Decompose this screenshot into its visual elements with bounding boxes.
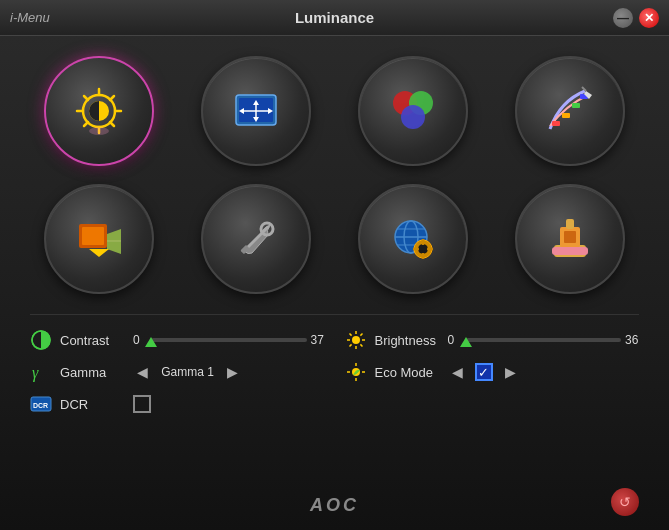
svg-point-10 [89,127,109,135]
eco-mode-label: Eco Mode [375,365,440,380]
eco-mode-right-arrow[interactable]: ▶ [501,362,520,382]
window-title: Luminance [295,9,374,26]
minimize-button[interactable]: — [613,8,633,28]
svg-rect-50 [566,219,574,229]
picture-boost-icon-img [67,207,132,272]
svg-rect-23 [562,113,570,118]
title-bar: i-Menu Luminance — ✕ [0,0,669,36]
icon-image-setup[interactable] [201,56,311,166]
svg-rect-29 [82,227,104,245]
brightness-label: Brightness [375,333,440,348]
svg-line-62 [349,334,351,336]
eco-mode-row: Eco Mode ◀ ✓ ▶ [345,361,640,383]
left-controls: Contrast 0 37 γ Gamma ◀ Gamma 1 [30,329,325,487]
icon-picture-boost[interactable] [44,184,154,294]
gamma-left-arrow[interactable]: ◀ [133,362,152,382]
right-controls: Brightness 0 36 [345,329,640,487]
icons-grid [30,56,639,294]
svg-rect-22 [552,121,560,126]
svg-point-21 [401,105,425,129]
svg-line-7 [110,122,114,126]
aoc-logo: AOC [310,495,359,516]
color-boost-icon-img [537,79,602,144]
eco-mode-checkbox[interactable]: ✓ [475,363,493,381]
svg-rect-24 [572,103,580,108]
contrast-row: Contrast 0 37 [30,329,325,351]
app-name: i-Menu [10,10,50,25]
contrast-max: 37 [311,333,325,347]
bottom-bar: AOC ↺ [30,487,639,520]
icon-color-temp[interactable] [358,56,468,166]
icon-color-boost[interactable] [515,56,625,166]
dcr-checkbox[interactable] [133,395,151,413]
icon-osd-setup[interactable] [201,184,311,294]
brightness-track[interactable] [466,338,622,342]
svg-rect-46 [427,248,433,251]
svg-rect-45 [413,248,419,251]
osd-setup-icon-img [224,207,289,272]
svg-rect-49 [564,231,576,243]
svg-line-65 [349,344,351,346]
svg-line-64 [360,334,362,336]
image-setup-icon-img [224,79,289,144]
gamma-value: Gamma 1 [160,365,215,379]
gamma-row: γ Gamma ◀ Gamma 1 ▶ [30,361,325,383]
gamma-right-arrow[interactable]: ▶ [223,362,242,382]
contrast-track[interactable] [151,338,307,342]
icon-luminance[interactable] [44,56,154,166]
svg-marker-32 [89,249,109,257]
exit-icon-img [537,207,602,272]
color-temp-icon-img [380,79,445,144]
brightness-icon [345,329,367,351]
dcr-icon: DCR [30,393,52,415]
close-button[interactable]: ✕ [639,8,659,28]
svg-line-6 [84,96,88,100]
eco-mode-icon [345,361,367,383]
icon-extra[interactable] [358,184,468,294]
main-content: Contrast 0 37 γ Gamma ◀ Gamma 1 [0,36,669,530]
brightness-max: 36 [625,333,639,347]
svg-rect-44 [421,253,424,259]
extra-icon-img [380,207,445,272]
svg-text:DCR: DCR [33,402,48,409]
svg-line-9 [84,122,88,126]
svg-point-42 [418,244,428,254]
svg-line-8 [110,96,114,100]
back-button[interactable]: ↺ [611,488,639,516]
gamma-icon: γ [30,361,52,383]
svg-rect-43 [421,239,424,245]
eco-mode-left-arrow[interactable]: ◀ [448,362,467,382]
svg-line-63 [360,344,362,346]
contrast-icon [30,329,52,351]
luminance-icon-img [67,79,132,144]
contrast-label: Contrast [60,333,125,348]
icon-exit[interactable] [515,184,625,294]
svg-text:γ: γ [32,364,39,382]
controls-section: Contrast 0 37 γ Gamma ◀ Gamma 1 [30,314,639,487]
brightness-row: Brightness 0 36 [345,329,640,351]
window-controls: — ✕ [613,8,659,28]
svg-point-57 [352,336,360,344]
brightness-slider-container[interactable]: 0 36 [448,333,640,347]
gamma-label: Gamma [60,365,125,380]
svg-rect-51 [552,247,588,255]
contrast-slider-container[interactable]: 0 37 [133,333,325,347]
dcr-label: DCR [60,397,125,412]
dcr-row: DCR DCR [30,393,325,415]
